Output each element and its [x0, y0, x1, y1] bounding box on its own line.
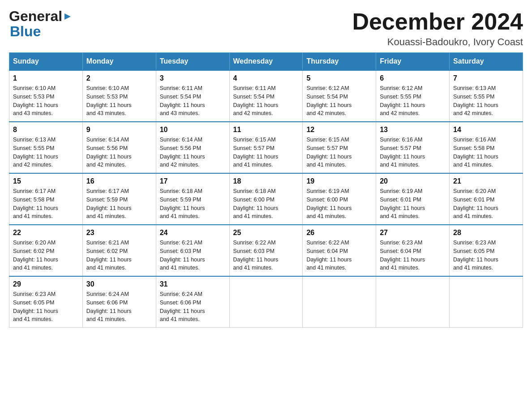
day-number: 5: [306, 74, 372, 82]
day-number: 6: [380, 74, 446, 82]
day-number: 1: [13, 74, 79, 82]
day-info: Sunrise: 6:10 AMSunset: 5:53 PMDaylight:…: [13, 84, 79, 118]
day-number: 8: [13, 126, 79, 134]
calendar-cell-w4-d5: 26Sunrise: 6:22 AMSunset: 6:04 PMDayligh…: [303, 225, 376, 276]
calendar-cell-w5-d2: 30Sunrise: 6:24 AMSunset: 6:06 PMDayligh…: [82, 276, 156, 328]
logo-arrow-icon: [64, 13, 72, 21]
calendar-cell-w5-d6: [376, 276, 450, 328]
day-info: Sunrise: 6:17 AMSunset: 5:58 PMDaylight:…: [13, 187, 79, 221]
day-info: Sunrise: 6:21 AMSunset: 6:03 PMDaylight:…: [160, 239, 226, 272]
day-number: 31: [160, 280, 226, 288]
logo-blue-text: Blue: [10, 23, 41, 39]
calendar-week-5: 29Sunrise: 6:23 AMSunset: 6:05 PMDayligh…: [9, 276, 523, 328]
day-info: Sunrise: 6:12 AMSunset: 5:54 PMDaylight:…: [306, 84, 372, 118]
day-info: Sunrise: 6:11 AMSunset: 5:54 PMDaylight:…: [233, 84, 299, 118]
day-info: Sunrise: 6:23 AMSunset: 6:05 PMDaylight:…: [453, 239, 519, 272]
calendar-cell-w4-d2: 23Sunrise: 6:21 AMSunset: 6:02 PMDayligh…: [82, 225, 156, 276]
header-friday: Friday: [376, 53, 450, 71]
calendar-cell-w3-d3: 17Sunrise: 6:18 AMSunset: 5:59 PMDayligh…: [156, 173, 229, 225]
day-number: 20: [380, 177, 446, 185]
svg-marker-0: [64, 13, 71, 20]
calendar-cell-w3-d5: 19Sunrise: 6:19 AMSunset: 6:00 PMDayligh…: [303, 173, 376, 225]
day-info: Sunrise: 6:22 AMSunset: 6:03 PMDaylight:…: [233, 239, 299, 272]
calendar-week-3: 15Sunrise: 6:17 AMSunset: 5:58 PMDayligh…: [9, 173, 523, 225]
day-info: Sunrise: 6:23 AMSunset: 6:05 PMDaylight:…: [13, 290, 79, 324]
calendar-cell-w3-d2: 16Sunrise: 6:17 AMSunset: 5:59 PMDayligh…: [82, 173, 156, 225]
calendar-cell-w3-d4: 18Sunrise: 6:18 AMSunset: 6:00 PMDayligh…: [229, 173, 303, 225]
day-number: 13: [380, 126, 446, 134]
day-number: 10: [160, 126, 226, 134]
calendar-week-2: 8Sunrise: 6:13 AMSunset: 5:55 PMDaylight…: [9, 122, 523, 173]
calendar-cell-w1-d4: 4Sunrise: 6:11 AMSunset: 5:54 PMDaylight…: [229, 70, 303, 122]
day-info: Sunrise: 6:19 AMSunset: 6:01 PMDaylight:…: [380, 187, 446, 221]
calendar-cell-w2-d7: 14Sunrise: 6:16 AMSunset: 5:58 PMDayligh…: [450, 122, 523, 173]
day-number: 21: [453, 177, 519, 185]
day-info: Sunrise: 6:12 AMSunset: 5:55 PMDaylight:…: [380, 84, 446, 118]
calendar-header-row: Sunday Monday Tuesday Wednesday Thursday…: [9, 53, 523, 71]
day-number: 23: [86, 229, 152, 237]
day-info: Sunrise: 6:19 AMSunset: 6:00 PMDaylight:…: [306, 187, 372, 221]
calendar-week-1: 1Sunrise: 6:10 AMSunset: 5:53 PMDaylight…: [9, 70, 523, 122]
day-number: 2: [86, 74, 152, 82]
day-number: 30: [86, 280, 152, 288]
day-number: 27: [380, 229, 446, 237]
page-header: General Blue December 2024 Kouassi-Badou…: [9, 9, 523, 48]
calendar-cell-w1-d7: 7Sunrise: 6:13 AMSunset: 5:55 PMDaylight…: [450, 70, 523, 122]
calendar-table: Sunday Monday Tuesday Wednesday Thursday…: [9, 52, 523, 328]
day-info: Sunrise: 6:15 AMSunset: 5:57 PMDaylight:…: [233, 136, 299, 169]
day-info: Sunrise: 6:10 AMSunset: 5:53 PMDaylight:…: [86, 84, 152, 118]
day-info: Sunrise: 6:15 AMSunset: 5:57 PMDaylight:…: [306, 136, 372, 169]
calendar-cell-w5-d3: 31Sunrise: 6:24 AMSunset: 6:06 PMDayligh…: [156, 276, 229, 328]
header-monday: Monday: [82, 53, 156, 71]
calendar-cell-w2-d4: 11Sunrise: 6:15 AMSunset: 5:57 PMDayligh…: [229, 122, 303, 173]
day-number: 9: [86, 126, 152, 134]
day-number: 15: [13, 177, 79, 185]
day-number: 16: [86, 177, 152, 185]
calendar-cell-w2-d5: 12Sunrise: 6:15 AMSunset: 5:57 PMDayligh…: [303, 122, 376, 173]
header-saturday: Saturday: [450, 53, 523, 71]
day-number: 14: [453, 126, 519, 134]
day-number: 3: [160, 74, 226, 82]
calendar-cell-w1-d3: 3Sunrise: 6:11 AMSunset: 5:54 PMDaylight…: [156, 70, 229, 122]
day-number: 18: [233, 177, 299, 185]
calendar-cell-w5-d1: 29Sunrise: 6:23 AMSunset: 6:05 PMDayligh…: [9, 276, 83, 328]
calendar-cell-w4-d1: 22Sunrise: 6:20 AMSunset: 6:02 PMDayligh…: [9, 225, 83, 276]
location-title: Kouassi-Badoukro, Ivory Coast: [352, 36, 523, 48]
day-info: Sunrise: 6:18 AMSunset: 5:59 PMDaylight:…: [160, 187, 226, 221]
day-info: Sunrise: 6:16 AMSunset: 5:57 PMDaylight:…: [380, 136, 446, 169]
calendar-cell-w4-d3: 24Sunrise: 6:21 AMSunset: 6:03 PMDayligh…: [156, 225, 229, 276]
day-info: Sunrise: 6:20 AMSunset: 6:02 PMDaylight:…: [13, 239, 79, 272]
calendar-cell-w5-d7: [450, 276, 523, 328]
logo-text: General: [9, 9, 72, 23]
calendar-cell-w1-d1: 1Sunrise: 6:10 AMSunset: 5:53 PMDaylight…: [9, 70, 83, 122]
day-info: Sunrise: 6:21 AMSunset: 6:02 PMDaylight:…: [86, 239, 152, 272]
day-number: 4: [233, 74, 299, 82]
day-number: 19: [306, 177, 372, 185]
day-info: Sunrise: 6:14 AMSunset: 5:56 PMDaylight:…: [160, 136, 226, 169]
day-number: 29: [13, 280, 79, 288]
calendar-cell-w3-d7: 21Sunrise: 6:20 AMSunset: 6:01 PMDayligh…: [450, 173, 523, 225]
logo: General Blue: [9, 9, 72, 40]
day-info: Sunrise: 6:16 AMSunset: 5:58 PMDaylight:…: [453, 136, 519, 169]
calendar-cell-w2-d2: 9Sunrise: 6:14 AMSunset: 5:56 PMDaylight…: [82, 122, 156, 173]
calendar-cell-w4-d4: 25Sunrise: 6:22 AMSunset: 6:03 PMDayligh…: [229, 225, 303, 276]
day-info: Sunrise: 6:22 AMSunset: 6:04 PMDaylight:…: [306, 239, 372, 272]
calendar-cell-w1-d5: 5Sunrise: 6:12 AMSunset: 5:54 PMDaylight…: [303, 70, 376, 122]
calendar-cell-w2-d3: 10Sunrise: 6:14 AMSunset: 5:56 PMDayligh…: [156, 122, 229, 173]
day-number: 26: [306, 229, 372, 237]
calendar-cell-w4-d7: 28Sunrise: 6:23 AMSunset: 6:05 PMDayligh…: [450, 225, 523, 276]
calendar-week-4: 22Sunrise: 6:20 AMSunset: 6:02 PMDayligh…: [9, 225, 523, 276]
day-number: 25: [233, 229, 299, 237]
day-number: 24: [160, 229, 226, 237]
calendar-cell-w1-d6: 6Sunrise: 6:12 AMSunset: 5:55 PMDaylight…: [376, 70, 450, 122]
day-info: Sunrise: 6:17 AMSunset: 5:59 PMDaylight:…: [86, 187, 152, 221]
day-info: Sunrise: 6:13 AMSunset: 5:55 PMDaylight:…: [13, 136, 79, 169]
day-info: Sunrise: 6:11 AMSunset: 5:54 PMDaylight:…: [160, 84, 226, 118]
day-info: Sunrise: 6:13 AMSunset: 5:55 PMDaylight:…: [453, 84, 519, 118]
day-number: 7: [453, 74, 519, 82]
day-number: 28: [453, 229, 519, 237]
day-number: 22: [13, 229, 79, 237]
day-number: 17: [160, 177, 226, 185]
calendar-cell-w3-d1: 15Sunrise: 6:17 AMSunset: 5:58 PMDayligh…: [9, 173, 83, 225]
calendar-cell-w5-d4: [229, 276, 303, 328]
